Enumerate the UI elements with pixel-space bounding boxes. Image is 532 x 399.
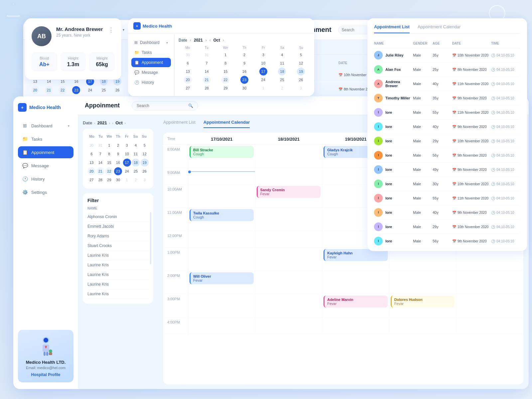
calendar-day-cell[interactable]: 16 bbox=[240, 67, 248, 75]
calendar-day-cell[interactable]: 3 bbox=[297, 84, 305, 92]
table-row[interactable]: l lore Male 29y 📅 10th November 2020 🕐 0… bbox=[374, 134, 520, 148]
calendar-day-cell[interactable]: 22 bbox=[105, 167, 113, 175]
calendar-day-cell[interactable]: 25 bbox=[278, 76, 286, 84]
calendar-day-cell[interactable]: 15 bbox=[221, 67, 229, 75]
fg-apt-will-oliver[interactable]: Will Oliver Fevar bbox=[190, 272, 254, 284]
calendar-day-cell[interactable]: 2 bbox=[240, 51, 248, 59]
calendar-day-cell[interactable]: 7 bbox=[96, 150, 104, 158]
calendar-day-cell[interactable]: 9 bbox=[114, 150, 122, 158]
small-year-prev[interactable]: ‹ bbox=[190, 38, 191, 43]
calendar-day-cell[interactable]: 14 bbox=[96, 159, 104, 167]
table-row[interactable]: l lore Male 49y 📅 9th November 2020 🕐 04… bbox=[374, 163, 520, 177]
calendar-day-cell[interactable]: 21 bbox=[45, 86, 53, 94]
calendar-day-cell[interactable]: 11 bbox=[278, 59, 286, 67]
small-nav-tasks[interactable]: 📁 Tasks bbox=[131, 48, 171, 57]
filter-item[interactable]: Laurine Kris bbox=[87, 260, 149, 270]
calendar-day-cell[interactable]: 26 bbox=[297, 76, 305, 84]
calendar-day-cell[interactable]: 4 bbox=[132, 141, 140, 149]
calendar-day-cell[interactable]: 13 bbox=[184, 67, 192, 75]
fg-nav-dashboard[interactable]: ⊞ Dashboard ▾ bbox=[18, 120, 73, 132]
small-month-prev[interactable]: ‹ bbox=[209, 38, 211, 43]
calendar-day-cell[interactable]: 24 bbox=[123, 167, 131, 175]
calendar-day-cell[interactable]: 13 bbox=[87, 159, 95, 167]
small-nav-dashboard[interactable]: ⊞ Dashboard ▾ bbox=[131, 38, 171, 47]
calendar-day-cell[interactable]: 31 bbox=[203, 51, 211, 59]
small-nav-message[interactable]: 💬 Message bbox=[131, 68, 171, 77]
calendar-day-cell[interactable]: 20 bbox=[184, 76, 192, 84]
calendar-day-cell[interactable]: 16 bbox=[114, 159, 122, 167]
calendar-day-cell[interactable]: 30 bbox=[240, 84, 248, 92]
calendar-day-cell[interactable]: 23 bbox=[114, 167, 122, 175]
options-icon[interactable]: ⋮ bbox=[108, 26, 115, 34]
table-row[interactable]: J Julie Riley Male 35y 📅 10th November 2… bbox=[374, 48, 520, 63]
fg-nav-history[interactable]: 🕐 History bbox=[18, 173, 73, 185]
fg-apt-twila-kassulke[interactable]: Twila Kassulke Cough bbox=[190, 209, 254, 221]
calendar-day-cell[interactable]: 28 bbox=[96, 176, 104, 184]
small-month-next[interactable]: › bbox=[223, 38, 224, 43]
filter-item[interactable]: Laurine Kris bbox=[87, 280, 149, 289]
fg-month-next[interactable]: › bbox=[125, 121, 126, 125]
fg-tab-list[interactable]: Appointment List bbox=[163, 120, 196, 128]
calendar-day-cell[interactable]: 14 bbox=[203, 67, 211, 75]
fg-tab-calendar[interactable]: Appointment Calendar bbox=[203, 120, 250, 128]
calendar-day-cell[interactable]: 12 bbox=[297, 59, 305, 67]
calendar-day-cell[interactable]: 24 bbox=[86, 86, 94, 94]
calendar-day-cell[interactable]: 20 bbox=[87, 167, 95, 175]
fg-apt-adeline-marvin[interactable]: Adeline Marvin Fevar bbox=[324, 296, 388, 308]
fg-apt-dolores-hudson[interactable]: Dolores Hudson Fevar bbox=[391, 296, 455, 308]
calendar-day-cell[interactable]: 25 bbox=[132, 167, 140, 175]
calendar-day-cell[interactable]: 30 bbox=[114, 176, 122, 184]
table-row[interactable]: l lore Male 56y 📅 9th November 2020 🕐 04… bbox=[374, 148, 520, 163]
calendar-day-cell[interactable]: 28 bbox=[203, 84, 211, 92]
calendar-day-cell[interactable]: 7 bbox=[203, 59, 211, 67]
calendar-day-cell[interactable]: 19 bbox=[141, 159, 149, 167]
table-row[interactable]: l lore Male 56y 📅 9th November 2020 🕐 04… bbox=[374, 234, 520, 248]
calendar-day-cell[interactable]: 10 bbox=[259, 59, 267, 67]
calendar-day-cell[interactable]: 26 bbox=[141, 167, 149, 175]
calendar-day-cell[interactable]: 2 bbox=[114, 141, 122, 149]
filter-item[interactable]: Laurine Kris bbox=[87, 270, 149, 280]
calendar-day-cell[interactable]: 29 bbox=[105, 176, 113, 184]
fg-hospital-profile-link[interactable]: Hospital Profile bbox=[23, 372, 68, 377]
rp-tab-calendar[interactable]: Appointment Calendar bbox=[418, 24, 461, 33]
calendar-day-cell[interactable]: 1 bbox=[221, 51, 229, 59]
calendar-day-cell[interactable]: 25 bbox=[100, 86, 108, 94]
filter-item[interactable]: Laurine Kris bbox=[87, 289, 149, 299]
calendar-day-cell[interactable]: 6 bbox=[184, 59, 192, 67]
calendar-day-cell[interactable]: 9 bbox=[240, 59, 248, 67]
table-row[interactable]: A Andreea Brewer Male 40y 📅 11th Novembe… bbox=[374, 77, 520, 91]
table-row[interactable]: l lore Male 29y 📅 10th November 2020 🕐 0… bbox=[374, 220, 520, 234]
fg-month-prev[interactable]: ‹ bbox=[112, 121, 113, 125]
table-row[interactable]: l lore Male 55y 📅 11th November 2020 🕐 0… bbox=[374, 191, 520, 205]
calendar-day-cell[interactable]: 27 bbox=[87, 176, 95, 184]
calendar-day-cell[interactable]: 23 bbox=[240, 76, 248, 84]
fg-apt-bill-stracke[interactable]: Bill Stracke Cough bbox=[190, 146, 254, 158]
calendar-day-cell[interactable]: 22 bbox=[59, 86, 66, 94]
calendar-day-cell[interactable]: 31 bbox=[96, 141, 104, 149]
fg-year-next[interactable]: › bbox=[109, 121, 110, 125]
calendar-day-cell[interactable]: 23 bbox=[72, 86, 80, 94]
calendar-day-cell[interactable]: 4 bbox=[278, 51, 286, 59]
calendar-day-cell[interactable]: 26 bbox=[113, 86, 121, 94]
filter-item[interactable]: Laurine Kris bbox=[87, 251, 149, 260]
fg-nav-tasks[interactable]: 📁 Tasks bbox=[18, 133, 73, 145]
calendar-day-cell[interactable]: 11 bbox=[132, 150, 140, 158]
calendar-day-cell[interactable]: 22 bbox=[221, 76, 229, 84]
calendar-day-cell[interactable]: 1 bbox=[105, 141, 113, 149]
fg-nav-message[interactable]: 💬 Message bbox=[18, 160, 73, 172]
calendar-day-cell[interactable]: 1 bbox=[123, 176, 131, 184]
calendar-day-cell[interactable]: 3 bbox=[123, 141, 131, 149]
calendar-day-cell[interactable]: 5 bbox=[297, 51, 305, 59]
filter-item[interactable]: Stuart Crooks bbox=[87, 241, 149, 251]
fg-nav-appointment[interactable]: 📋 Appoinment bbox=[18, 146, 73, 158]
calendar-day-cell[interactable]: 1 bbox=[259, 84, 267, 92]
table-row[interactable]: l lore Male 45y 📅 9th November 2020 🕐 04… bbox=[374, 248, 520, 251]
calendar-day-cell[interactable]: 3 bbox=[141, 176, 149, 184]
table-row[interactable]: l lore Male 55y 📅 11th November 2020 🕐 0… bbox=[374, 105, 520, 120]
calendar-day-cell[interactable]: 3 bbox=[259, 51, 267, 59]
calendar-day-cell[interactable]: 17 bbox=[123, 159, 131, 167]
fg-nav-settings[interactable]: ⚙️ Settings bbox=[18, 186, 73, 198]
fg-search-input[interactable] bbox=[137, 103, 186, 108]
calendar-day-cell[interactable]: 12 bbox=[141, 150, 149, 158]
calendar-day-cell[interactable]: 30 bbox=[184, 51, 192, 59]
